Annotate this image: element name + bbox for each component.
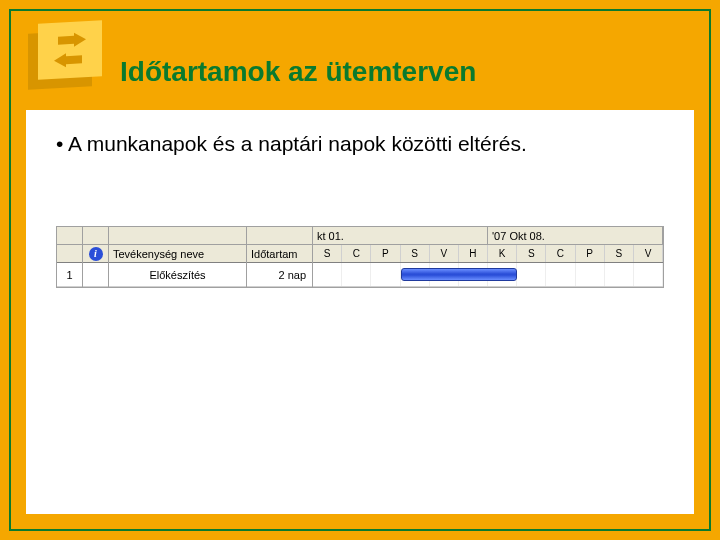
gantt-screenshot: 1 i Tevékenység neve Előkészítés Időtart… [56,226,664,288]
day-header: V [430,245,459,262]
day-header: H [459,245,488,262]
task-name-column: Tevékenység neve Előkészítés [109,227,247,287]
day-header: K [488,245,517,262]
week-header-1: kt 01. [313,227,488,244]
day-header: P [371,245,400,262]
slide-title: Időtartamok az ütemterven [120,56,476,88]
day-header: S [605,245,634,262]
row-id-column: 1 [57,227,83,287]
week-header-2: '07 Okt 08. [488,227,663,244]
bullet-item: • A munkanapok és a naptári napok között… [56,132,664,156]
day-header: C [546,245,575,262]
timeline: kt 01. '07 Okt 08. SCPSVHKSCPSV [313,227,663,287]
row-id: 1 [57,263,82,287]
day-header: P [576,245,605,262]
task-name-cell: Előkészítés [109,263,246,287]
slide-logo-icon [28,22,106,92]
duration-cell: 2 nap [247,263,312,287]
day-header: C [342,245,371,262]
gantt-task-bar [401,268,518,281]
task-name-header: Tevékenység neve [109,245,246,263]
day-header: V [634,245,663,262]
day-header: S [517,245,546,262]
day-header: S [313,245,342,262]
info-column: i [83,227,109,287]
content-panel: • A munkanapok és a naptári napok között… [26,110,694,514]
duration-header: Időtartam [247,245,312,263]
duration-column: Időtartam 2 nap [247,227,313,287]
info-icon: i [89,247,103,261]
day-header: S [401,245,430,262]
